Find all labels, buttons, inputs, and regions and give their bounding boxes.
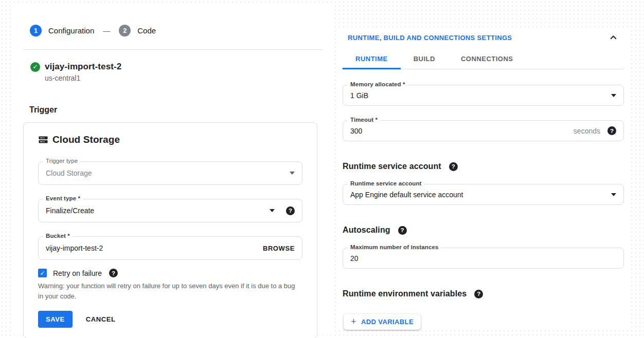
- chevron-down-icon: [611, 94, 616, 97]
- memory-allocated-value: 1 GiB: [350, 91, 611, 100]
- event-type-value: Finalize/Create: [46, 206, 270, 215]
- max-instances-field[interactable]: Maximum number of instances 20: [343, 248, 624, 269]
- browse-button[interactable]: BROWSE: [263, 245, 295, 252]
- function-header: vijay-import-test-2 us-central1: [30, 62, 323, 82]
- bucket-field[interactable]: Bucket * vijay-import-test-2 BROWSE: [38, 236, 302, 260]
- retry-checkbox[interactable]: [38, 269, 47, 277]
- timeout-field[interactable]: Timeout * 300 seconds: [343, 120, 624, 141]
- service-account-help-icon[interactable]: [449, 162, 458, 171]
- chevron-down-icon: [611, 193, 616, 196]
- event-type-help-icon[interactable]: [286, 206, 295, 215]
- tab-connections[interactable]: CONNECTIONS: [448, 50, 526, 69]
- event-type-label: Event type *: [43, 195, 83, 201]
- chevron-up-icon: [609, 33, 618, 42]
- success-check-icon: [30, 62, 40, 72]
- step-1-circle: 1: [30, 25, 42, 36]
- trigger-section-title: Trigger: [29, 105, 323, 115]
- trigger-type-value: Cloud Storage: [46, 169, 290, 177]
- retry-help-icon[interactable]: [109, 269, 118, 277]
- function-name: vijay-import-test-2: [45, 62, 121, 72]
- timeout-value: 300: [350, 127, 574, 135]
- settings-tab-bar: RUNTIME BUILD CONNECTIONS: [343, 50, 624, 69]
- bucket-value: vijay-import-test-2: [46, 244, 263, 252]
- stepper-divider: [23, 49, 323, 50]
- timeout-label: Timeout *: [348, 117, 380, 123]
- step-2-circle: 2: [119, 25, 131, 36]
- runtime-service-account-value: App Engine default service account: [350, 191, 611, 199]
- step-2-label: Code: [137, 26, 156, 35]
- collapse-button[interactable]: [609, 33, 618, 42]
- settings-header: RUNTIME, BUILD AND CONNECTIONS SETTINGS: [343, 33, 624, 42]
- chevron-down-icon: [270, 209, 275, 212]
- memory-allocated-label: Memory allocated *: [348, 81, 408, 87]
- autoscaling-help-icon[interactable]: [398, 226, 407, 235]
- trigger-card-title: Cloud Storage: [52, 134, 120, 145]
- memory-allocated-select[interactable]: Memory allocated * 1 GiB: [343, 85, 624, 106]
- configuration-panel: 1 Configuration — 2 Code vijay-import-te…: [13, 3, 333, 335]
- timeout-suffix: seconds: [574, 127, 600, 135]
- save-button[interactable]: SAVE: [38, 311, 73, 328]
- trigger-actions: SAVE CANCEL: [38, 311, 302, 328]
- service-account-section-title: Runtime service account: [343, 162, 624, 171]
- stepper: 1 Configuration — 2 Code: [30, 25, 323, 36]
- env-vars-heading: Runtime environment variables: [343, 289, 467, 298]
- service-account-heading: Runtime service account: [343, 162, 441, 171]
- function-region: us-central1: [45, 74, 323, 82]
- cloud-storage-icon: [38, 135, 48, 145]
- retry-row: Retry on failure: [38, 269, 302, 277]
- retry-label: Retry on failure: [53, 269, 102, 277]
- tab-runtime[interactable]: RUNTIME: [343, 50, 401, 69]
- env-vars-help-icon[interactable]: [474, 290, 483, 298]
- env-vars-section-title: Runtime environment variables: [343, 289, 624, 298]
- trigger-type-select[interactable]: Trigger type Cloud Storage: [38, 161, 302, 185]
- settings-header-title[interactable]: RUNTIME, BUILD AND CONNECTIONS SETTINGS: [348, 34, 512, 42]
- cancel-button[interactable]: CANCEL: [86, 315, 116, 323]
- max-instances-value: 20: [350, 254, 616, 262]
- autoscaling-section-title: Autoscaling: [343, 226, 624, 235]
- event-type-select[interactable]: Event type * Finalize/Create: [38, 199, 302, 222]
- autoscaling-heading: Autoscaling: [343, 226, 390, 235]
- max-instances-label: Maximum number of instances: [348, 244, 441, 250]
- runtime-service-account-select[interactable]: Runtime service account App Engine defau…: [343, 184, 624, 205]
- bucket-label: Bucket *: [43, 233, 73, 239]
- trigger-type-label: Trigger type: [43, 158, 80, 164]
- step-1-label: Configuration: [48, 26, 94, 35]
- trigger-card: Cloud Storage Trigger type Cloud Storage…: [23, 122, 317, 338]
- runtime-service-account-label: Runtime service account: [348, 180, 424, 186]
- tab-build[interactable]: BUILD: [401, 50, 448, 69]
- step-code[interactable]: 2 Code: [119, 25, 156, 36]
- retry-warning-text: Warning: your function will retry on fai…: [38, 281, 298, 302]
- runtime-settings-panel: RUNTIME, BUILD AND CONNECTIONS SETTINGS …: [337, 28, 629, 330]
- add-variable-label: ADD VARIABLE: [361, 318, 414, 326]
- add-variable-button[interactable]: + ADD VARIABLE: [344, 314, 421, 330]
- step-separator: —: [103, 27, 110, 35]
- chevron-down-icon: [290, 172, 295, 175]
- step-configuration[interactable]: 1 Configuration: [30, 25, 94, 36]
- timeout-help-icon[interactable]: [607, 126, 616, 135]
- plus-icon: +: [351, 318, 356, 325]
